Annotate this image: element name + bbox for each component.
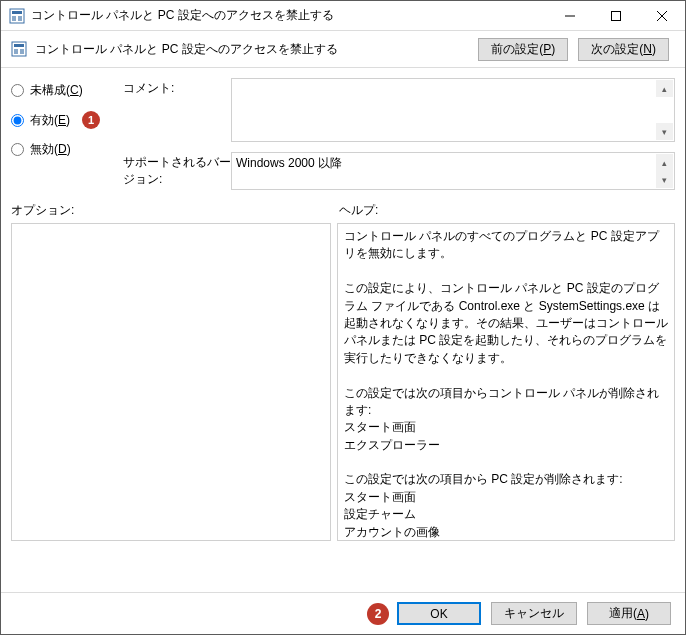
cancel-button[interactable]: キャンセル [491,602,577,625]
help-pane: コントロール パネルのすべてのプログラムと PC 設定アプリを無効にします。 こ… [337,223,675,541]
policy-title: コントロール パネルと PC 設定へのアクセスを禁止する [35,41,478,58]
ok-button[interactable]: OK [397,602,481,625]
bottom-bar: 2 OK キャンセル 適用(A) [1,592,685,634]
app-icon [9,8,25,24]
radio-not-configured[interactable]: 未構成(C) [11,82,123,99]
state-radios: 未構成(C) 有効(E) 1 無効(D) [11,78,123,190]
help-label: ヘルプ: [339,202,378,219]
svg-rect-11 [20,49,24,54]
minimize-button[interactable] [547,1,593,31]
header-bar: コントロール パネルと PC 設定へのアクセスを禁止する 前の設定(P) 次の設… [1,31,685,67]
svg-rect-5 [612,11,621,20]
close-button[interactable] [639,1,685,31]
svg-rect-2 [12,16,16,21]
radio-disabled-input[interactable] [11,143,24,156]
radio-enabled[interactable]: 有効(E) 1 [11,111,123,129]
options-label: オプション: [11,202,339,219]
radio-not-configured-input[interactable] [11,84,24,97]
svg-rect-10 [14,49,18,54]
options-pane [11,223,331,541]
comment-label: コメント: [123,78,231,97]
radio-disabled[interactable]: 無効(D) [11,141,123,158]
supported-label: サポートされるバージョン: [123,152,231,188]
supported-box: Windows 2000 以降 ▴ ▾ [231,152,675,190]
title-bar: コントロール パネルと PC 設定へのアクセスを禁止する [1,1,685,31]
apply-button[interactable]: 適用(A) [587,602,671,625]
previous-setting-button[interactable]: 前の設定(P) [478,38,568,61]
scroll-up-icon[interactable]: ▴ [656,154,673,171]
scroll-down-icon[interactable]: ▾ [656,171,673,188]
comment-textarea[interactable]: ▴ ▾ [231,78,675,142]
supported-value: Windows 2000 以降 [236,155,342,172]
policy-icon [11,41,27,57]
window-title: コントロール パネルと PC 設定へのアクセスを禁止する [31,7,547,24]
radio-enabled-input[interactable] [11,114,24,127]
annotation-badge-2: 2 [367,603,389,625]
scroll-up-icon[interactable]: ▴ [656,80,673,97]
scroll-down-icon[interactable]: ▾ [656,123,673,140]
maximize-button[interactable] [593,1,639,31]
svg-rect-3 [18,16,22,21]
svg-rect-9 [14,44,24,47]
next-setting-button[interactable]: 次の設定(N) [578,38,669,61]
annotation-badge-1: 1 [82,111,100,129]
svg-rect-1 [12,11,22,14]
separator [1,67,685,68]
